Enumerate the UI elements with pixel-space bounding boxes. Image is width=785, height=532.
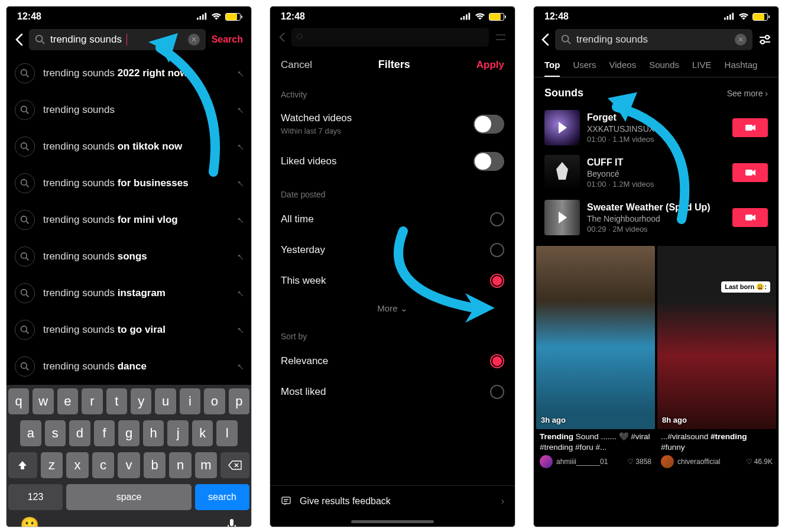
key-t[interactable]: t [106, 388, 127, 414]
more-button[interactable]: More ⌄ [270, 296, 515, 321]
radio-unselected[interactable] [490, 385, 504, 399]
key-l[interactable]: l [216, 420, 238, 446]
tab-sounds[interactable]: Sounds [649, 60, 679, 77]
key-j[interactable]: j [167, 420, 189, 446]
search-input[interactable]: trending sounds ✕ [29, 29, 206, 50]
avatar[interactable] [540, 455, 553, 468]
avatar[interactable] [661, 455, 674, 468]
sound-thumb[interactable] [544, 200, 580, 235]
video-card[interactable]: 3h ago Trending Sound ....... 🖤 #viral #… [536, 246, 655, 473]
mic-key[interactable] [226, 518, 238, 528]
watched-toggle[interactable] [473, 115, 504, 134]
sound-row[interactable]: Forget XXKATUSJINSUX 01:00 · 1.1M videos [534, 105, 778, 150]
date-yesterday-row[interactable]: Yesterday [270, 235, 515, 265]
sound-thumb[interactable] [544, 155, 580, 190]
key-k[interactable]: k [192, 420, 213, 446]
suggestion-row[interactable]: trending sounds for businesses ↑ [15, 165, 243, 202]
key-v[interactable]: v [118, 452, 140, 478]
insert-arrow-icon[interactable]: ↑ [234, 287, 246, 299]
back-button[interactable] [15, 33, 23, 46]
feedback-row[interactable]: Give results feedback › [270, 485, 515, 517]
radio-unselected[interactable] [490, 243, 504, 257]
back-button[interactable] [541, 33, 549, 46]
key-d[interactable]: d [69, 420, 90, 446]
key-u[interactable]: u [155, 388, 176, 414]
suggestion-row[interactable]: trending sounds to go viral ↑ [15, 312, 243, 348]
insert-arrow-icon[interactable]: ↑ [234, 323, 246, 336]
key-q[interactable]: q [8, 388, 29, 414]
username[interactable]: chiveraofficial [677, 458, 742, 466]
key-space[interactable]: space [66, 484, 192, 510]
see-more-button[interactable]: See more › [727, 89, 768, 98]
key-x[interactable]: x [66, 452, 89, 478]
insert-arrow-icon[interactable]: ↑ [234, 360, 246, 372]
insert-arrow-icon[interactable]: ↑ [234, 250, 246, 262]
use-sound-button[interactable] [732, 163, 768, 182]
sound-row[interactable]: Sweater Weather (Sped Up) The Neighbourh… [534, 195, 778, 240]
key-search[interactable]: search [195, 484, 249, 510]
use-sound-button[interactable] [732, 118, 768, 137]
date-week-row[interactable]: This week [270, 265, 515, 296]
key-a[interactable]: a [20, 420, 41, 446]
radio-selected[interactable] [490, 354, 504, 368]
sort-relevance-row[interactable]: Relevance [270, 346, 515, 377]
shift-key[interactable] [8, 452, 37, 478]
search-button[interactable]: Search [212, 34, 243, 45]
tab-hashtag[interactable]: Hashtag [725, 60, 758, 77]
search-input[interactable]: trending sounds ✕ [555, 29, 752, 50]
key-o[interactable]: o [204, 388, 225, 414]
apply-button[interactable]: Apply [476, 59, 504, 71]
sound-row[interactable]: CUFF IT Beyoncé 01:00 · 1.2M videos [534, 150, 778, 195]
use-sound-button[interactable] [732, 208, 768, 227]
key-m[interactable]: m [195, 452, 218, 478]
home-indicator[interactable] [351, 520, 434, 523]
watched-videos-row[interactable]: Watched videos Within last 7 days [270, 104, 515, 144]
key-p[interactable]: p [229, 388, 249, 414]
tab-videos[interactable]: Videos [609, 60, 637, 77]
key-w[interactable]: w [33, 388, 53, 414]
sound-thumb[interactable] [544, 110, 580, 145]
clear-button[interactable]: ✕ [188, 34, 200, 46]
video-card[interactable]: Last born 😩: 8h ago ...#viralsound #tren… [657, 246, 776, 473]
liked-videos-row[interactable]: Liked videos [270, 144, 515, 179]
key-r[interactable]: r [82, 388, 102, 414]
suggestion-row[interactable]: trending sounds songs ↑ [15, 238, 243, 275]
radio-unselected[interactable] [490, 212, 504, 226]
key-s[interactable]: s [45, 420, 66, 446]
suggestion-row[interactable]: trending sounds instagram ↑ [15, 275, 243, 312]
filter-icon[interactable] [758, 34, 771, 45]
key-c[interactable]: c [92, 452, 115, 478]
suggestion-row[interactable]: trending sounds on tiktok now ↑ [15, 128, 243, 165]
key-n[interactable]: n [169, 452, 192, 478]
key-f[interactable]: f [94, 420, 115, 446]
suggestion-row[interactable]: trending sounds 2022 right now ↑ [15, 55, 243, 92]
emoji-key[interactable]: 😀 [20, 516, 39, 527]
suggestion-row[interactable]: trending sounds ↑ [15, 92, 243, 128]
key-i[interactable]: i [180, 388, 200, 414]
insert-arrow-icon[interactable]: ↑ [234, 213, 246, 226]
date-all-row[interactable]: All time [270, 204, 515, 235]
tab-live[interactable]: LIVE [692, 60, 712, 77]
key-e[interactable]: e [57, 388, 78, 414]
backspace-key[interactable] [220, 452, 249, 478]
radio-selected[interactable] [490, 274, 504, 288]
username[interactable]: ahmiiii______01 [556, 458, 624, 466]
clear-button[interactable]: ✕ [735, 34, 747, 46]
suggestion-row[interactable]: trending sounds dance ↑ [15, 348, 243, 385]
insert-arrow-icon[interactable]: ↑ [234, 177, 246, 189]
key-z[interactable]: z [41, 452, 63, 478]
key-y[interactable]: y [131, 388, 151, 414]
insert-arrow-icon[interactable]: ↑ [234, 103, 246, 116]
insert-arrow-icon[interactable]: ↑ [234, 67, 246, 79]
sort-liked-row[interactable]: Most liked [270, 377, 515, 407]
key-b[interactable]: b [144, 452, 166, 478]
tab-top[interactable]: Top [544, 60, 560, 77]
suggestion-row[interactable]: trending sounds for mini vlog ↑ [15, 202, 243, 238]
tab-users[interactable]: Users [573, 60, 596, 77]
key-g[interactable]: g [118, 420, 140, 446]
insert-arrow-icon[interactable]: ↑ [234, 140, 246, 153]
liked-toggle[interactable] [473, 152, 504, 171]
key-h[interactable]: h [143, 420, 164, 446]
key-123[interactable]: 123 [8, 484, 63, 510]
cancel-button[interactable]: Cancel [281, 59, 312, 71]
